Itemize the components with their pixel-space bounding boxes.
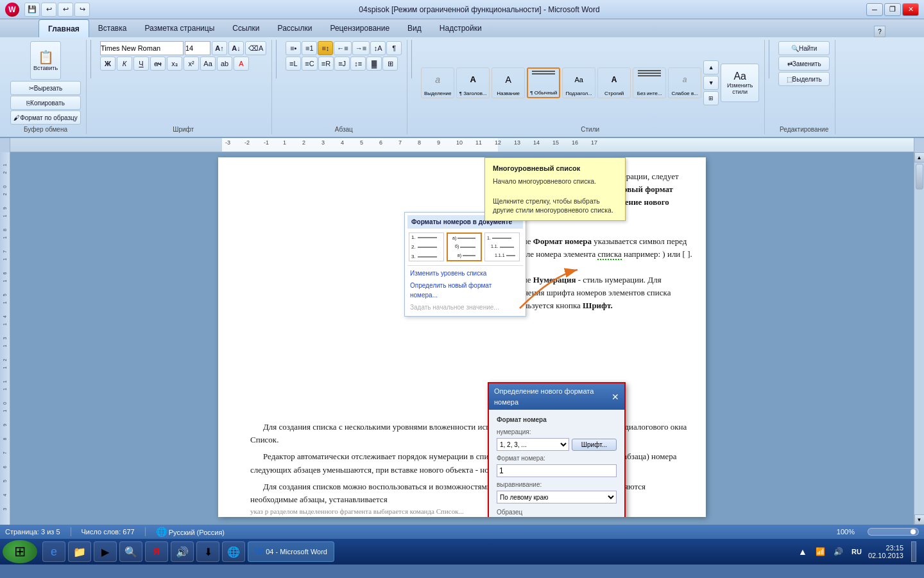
style-no-interv[interactable]: Без инте... (633, 67, 666, 98)
shrink-font-btn[interactable]: A↓ (228, 41, 244, 55)
restore-btn[interactable]: ❐ (884, 3, 901, 16)
underline-btn[interactable]: Ч (133, 57, 149, 71)
dialog-font-btn[interactable]: Шрифт... (572, 439, 617, 451)
tab-view[interactable]: Вид (398, 19, 431, 37)
numbering-btn[interactable]: ≡1 (302, 41, 317, 55)
status-lang: 🌐 Русский (Россия) (156, 527, 225, 537)
shading-btn[interactable]: ▓ (366, 57, 382, 71)
style-heading[interactable]: A ¶ Заголов... (456, 67, 490, 98)
dialog-num-style-select[interactable]: 1, 2, 3, ... (497, 438, 569, 451)
dropdown-item-3[interactable]: 1. 1.1. 1.1.1 (484, 232, 520, 261)
tray-network-icon[interactable]: 📶 (814, 545, 827, 558)
style-weak[interactable]: a Слабое в... (668, 67, 701, 98)
tab-insert[interactable]: Вставка (89, 19, 136, 37)
quick-redo-btn[interactable]: ↪ (74, 3, 90, 17)
dropdown-panel[interactable]: Форматы номеров в документе 1. 2. 3. а) … (404, 212, 526, 317)
tab-page-layout[interactable]: Разметка страницы (135, 19, 223, 37)
taskbar-network-icon[interactable]: 🌐 (222, 541, 245, 562)
scroll-down-btn[interactable]: ▼ (914, 514, 925, 525)
font-color-btn[interactable]: А (234, 57, 249, 71)
style-strict[interactable]: A Строгий (597, 67, 631, 98)
tooltip-popup: Многоуровневый список Начало многоуровне… (484, 157, 626, 221)
grow-font-btn[interactable]: A↑ (212, 41, 227, 55)
document-page: Многоуровневый список Начало многоуровне… (218, 157, 706, 517)
tab-review[interactable]: Рецензирование (321, 19, 398, 37)
highlight-btn[interactable]: ab (217, 57, 232, 71)
styles-scroll-up[interactable]: ▲ (703, 60, 719, 74)
quick-undo2-btn[interactable]: ↩ (58, 3, 73, 17)
decrease-indent-btn[interactable]: ←≡ (334, 41, 351, 55)
find-btn[interactable]: 🔍 Найти (778, 41, 830, 55)
taskbar-explorer-icon[interactable]: 📁 (68, 541, 91, 562)
taskbar-audio-icon[interactable]: 🔊 (171, 541, 194, 562)
copy-btn[interactable]: ⎘ Копировать (10, 96, 81, 110)
format-painter-btn[interactable]: 🖌 Формат по образцу (10, 110, 81, 125)
italic-btn[interactable]: К (117, 57, 132, 71)
justify-btn[interactable]: ≡J (334, 57, 350, 71)
start-button[interactable]: ⊞ (3, 540, 37, 563)
minimize-btn[interactable]: ─ (866, 3, 883, 16)
scroll-up-btn[interactable]: ▲ (914, 152, 925, 162)
quick-undo-btn[interactable]: ↩ (41, 3, 56, 17)
tray-icon-1[interactable]: ▲ (796, 545, 809, 558)
tab-home[interactable]: Главная (38, 19, 89, 37)
sort-btn[interactable]: ↕A (370, 41, 386, 55)
case-btn[interactable]: Аа (200, 57, 216, 71)
strikethrough-btn[interactable]: ач (150, 57, 166, 71)
select-btn[interactable]: ⬚ Выделить (778, 72, 830, 86)
taskbar-search-icon[interactable]: 🔍 (119, 541, 142, 562)
borders-btn[interactable]: ⊞ (382, 57, 398, 71)
arrow-overlay (513, 263, 590, 319)
font-name-input[interactable] (100, 41, 184, 55)
tray-volume-icon[interactable]: 🔊 (832, 545, 845, 558)
dialog-align-select[interactable]: По левому краю (497, 491, 617, 504)
tray-show-desktop-btn[interactable] (911, 541, 916, 562)
taskbar-yandex-icon[interactable]: Я (145, 541, 168, 562)
increase-indent-btn[interactable]: →≡ (352, 41, 370, 55)
dropdown-link-define-format[interactable]: Определить новый формат номера... (407, 279, 523, 301)
dialog-format-input[interactable] (497, 464, 617, 477)
superscript-btn[interactable]: x² (184, 57, 199, 71)
line-spacing-btn[interactable]: ↕≡ (350, 57, 366, 71)
multilevel-btn[interactable]: ≡↕ (318, 41, 333, 55)
style-title[interactable]: A Название (492, 67, 525, 98)
taskbar-word-doc[interactable]: W 04 - Microsoft Word (248, 541, 334, 562)
paste-btn[interactable]: 📋 Вставить (30, 41, 61, 80)
tray-lang-icon[interactable]: RU (850, 545, 863, 558)
scroll-thumb[interactable] (916, 164, 923, 189)
change-styles-btn[interactable]: Aa Изменить стили (721, 64, 759, 102)
style-highlight[interactable]: a Выделение (421, 67, 454, 98)
style-subtitle[interactable]: Aa Подзагол... (562, 67, 595, 98)
dropdown-item-2[interactable]: а) б) в) (447, 232, 482, 261)
edit-group: 🔍 Найти ⇄ Заменить ⬚ Выделить Редактиров… (773, 40, 835, 134)
taskbar-media-icon[interactable]: ▶ (94, 541, 117, 562)
zoom-slider[interactable] (868, 528, 919, 536)
quick-save-btn[interactable]: 💾 (24, 3, 40, 17)
taskbar-ie-icon[interactable]: e (42, 541, 65, 562)
tab-mailings[interactable]: Рассылки (269, 19, 321, 37)
align-center-btn[interactable]: ≡C (302, 57, 317, 71)
dropdown-item-1[interactable]: 1. 2. 3. (409, 232, 444, 261)
replace-btn[interactable]: ⇄ Заменить (778, 57, 830, 71)
style-normal[interactable]: ¶ Обычный (527, 67, 560, 98)
close-btn[interactable]: ✕ (902, 3, 919, 16)
bullets-btn[interactable]: ≡• (286, 41, 301, 55)
dialog-close-btn[interactable]: ✕ (612, 392, 619, 401)
taskbar-download-icon[interactable]: ⬇ (196, 541, 219, 562)
styles-expand[interactable]: ⊞ (703, 91, 719, 105)
font-size-input[interactable] (185, 41, 210, 55)
show-marks-btn[interactable]: ¶ (386, 41, 402, 55)
bold-btn[interactable]: Ж (100, 57, 116, 71)
ribbon-help-btn[interactable]: ? (874, 26, 886, 37)
ruler-area: -3 -2 -1 1 2 3 4 5 6 7 8 9 10 11 12 13 1… (0, 138, 924, 152)
subscript-btn[interactable]: x₂ (167, 57, 182, 71)
styles-scroll-down[interactable]: ▼ (703, 76, 719, 90)
scrollbar-vertical[interactable]: ▲ ▼ (914, 152, 924, 525)
dropdown-link-change-level[interactable]: Изменить уровень списка (407, 267, 523, 279)
tab-addins[interactable]: Надстройки (431, 19, 491, 37)
cut-btn[interactable]: ✂ Вырезать (10, 81, 81, 95)
clear-format-btn[interactable]: ⌫A (245, 41, 266, 55)
align-left-btn[interactable]: ≡L (286, 57, 301, 71)
tab-references[interactable]: Ссылки (223, 19, 268, 37)
align-right-btn[interactable]: ≡R (318, 57, 334, 71)
